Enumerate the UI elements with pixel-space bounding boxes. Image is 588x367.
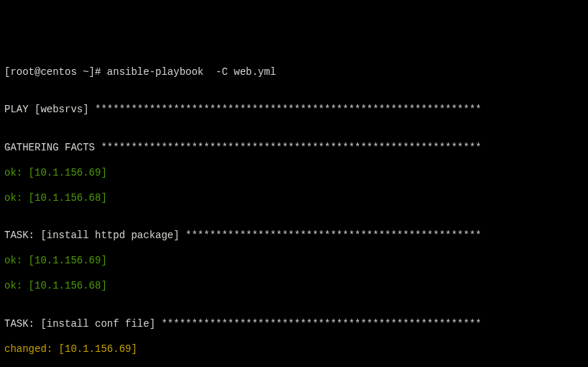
changed-result: changed: [10.1.156.69]	[4, 343, 584, 356]
terminal-output: [root@centos ~]# ansible-playbook -C web…	[4, 53, 584, 367]
command-line: [root@centos ~]# ansible-playbook -C web…	[4, 66, 584, 79]
task-header: TASK: [install httpd package] **********…	[4, 230, 584, 243]
ok-result: ok: [10.1.156.69]	[4, 255, 584, 268]
play-header: PLAY [websrvs] *************************…	[4, 104, 584, 117]
ok-result: ok: [10.1.156.69]	[4, 167, 584, 180]
task-header: TASK: [install conf file] **************…	[4, 318, 584, 331]
ok-result: ok: [10.1.156.68]	[4, 280, 584, 293]
shell-prompt: [root@centos ~]#	[4, 66, 107, 78]
command-text: ansible-playbook -C web.yml	[107, 66, 276, 78]
ok-result: ok: [10.1.156.68]	[4, 192, 584, 205]
gathering-facts-header: GATHERING FACTS ************************…	[4, 142, 584, 155]
